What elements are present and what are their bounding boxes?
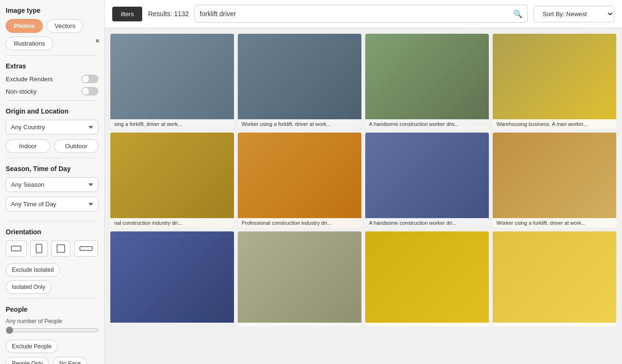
- grid-item[interactable]: Warehousing business. A man workin...: [493, 34, 616, 129]
- extras-label: Extras: [6, 62, 98, 70]
- season-label: Season, Time of Day: [6, 165, 98, 172]
- exclude-renders-label: Exclude Renders: [6, 76, 53, 83]
- grid-item[interactable]: [365, 231, 489, 326]
- outdoor-button[interactable]: Outdoor: [54, 139, 99, 153]
- panoramic-icon: [79, 245, 93, 252]
- grid-caption: Worker using a forklift, driver at work.…: [238, 119, 361, 129]
- landscape-icon: [11, 245, 21, 252]
- portrait-icon: [36, 244, 42, 253]
- top-bar: ilters Results: 1132 🔍 Sort By: Newest: [105, 0, 622, 28]
- image-grid: sing a forklift, driver at work... Worke…: [105, 28, 622, 364]
- grid-caption: [238, 323, 361, 326]
- grid-item[interactable]: sing a forklift, driver at work...: [110, 34, 234, 129]
- grid-item[interactable]: [238, 231, 361, 326]
- grid-item[interactable]: [493, 231, 616, 326]
- svg-rect-0: [11, 246, 21, 251]
- people-slider-container: Any number of People: [6, 318, 98, 336]
- orient-square-btn[interactable]: [51, 240, 70, 257]
- people-label: People: [6, 306, 98, 313]
- orient-portrait-btn[interactable]: [30, 240, 48, 257]
- grid-item[interactable]: A handsome construction worker driv...: [365, 34, 489, 129]
- main-content: ilters Results: 1132 🔍 Sort By: Newest s…: [105, 0, 622, 364]
- exclude-renders-toggle[interactable]: [81, 75, 98, 83]
- grid-caption: A handsome construction worker driv...: [365, 119, 489, 129]
- photos-button[interactable]: Photos: [6, 19, 43, 33]
- people-slider-label: Any number of People: [6, 318, 98, 325]
- grid-item[interactable]: [110, 231, 234, 326]
- isolated-only-button[interactable]: Isolated Only: [6, 280, 51, 294]
- orient-landscape-btn[interactable]: [6, 240, 27, 257]
- image-type-row: Photos Vectors: [6, 19, 98, 33]
- non-stocky-toggle[interactable]: [81, 87, 98, 96]
- image-type-label: Image type: [6, 7, 98, 14]
- people-only-button[interactable]: People Only: [6, 357, 49, 364]
- non-stocky-row: Non-stocky: [6, 87, 98, 96]
- non-stocky-label: Non-stocky: [6, 88, 37, 95]
- grid-item[interactable]: Professional construction industry dri..…: [238, 133, 361, 228]
- orient-panoramic-btn[interactable]: [74, 240, 98, 257]
- people-slider[interactable]: [6, 326, 98, 334]
- search-icon: 🔍: [513, 10, 523, 19]
- square-icon: [57, 244, 65, 253]
- grid-item[interactable]: nal construction industry dri...: [110, 133, 234, 228]
- results-count: Results: 1132: [148, 10, 189, 18]
- no-face-button[interactable]: No Face: [53, 357, 87, 364]
- illustrations-button[interactable]: Illustrations: [6, 37, 53, 50]
- isolated-row: Exclude Isolated Isolated Only: [6, 263, 98, 294]
- time-dropdown[interactable]: Any Time of Day: [6, 197, 98, 211]
- grid-item[interactable]: Worker using a forklift, driver at work.…: [238, 34, 361, 129]
- sort-dropdown[interactable]: Sort By: Newest: [534, 6, 614, 22]
- origin-label: Origin and Location: [6, 107, 98, 115]
- exclude-renders-row: Exclude Renders: [6, 75, 98, 83]
- search-bar: 🔍: [194, 5, 528, 23]
- svg-rect-3: [80, 247, 92, 250]
- svg-rect-2: [57, 245, 65, 252]
- grid-caption: A handsome construction worker dri...: [365, 218, 489, 228]
- svg-rect-1: [36, 244, 42, 253]
- grid-caption: Warehousing business. A man workin...: [493, 119, 616, 129]
- sidebar: Image type Photos Vectors Illustrations …: [0, 0, 105, 364]
- country-dropdown[interactable]: Any Country: [6, 120, 98, 134]
- grid-caption: Professional construction industry dri..…: [238, 218, 361, 228]
- grid-caption: nal construction industry dri...: [110, 218, 234, 228]
- season-dropdown[interactable]: Any Season: [6, 177, 98, 192]
- close-icon[interactable]: ×: [96, 37, 99, 45]
- people-filter-row: Exclude People People Only No Face: [6, 340, 98, 364]
- filter-button[interactable]: ilters: [112, 7, 142, 21]
- grid-caption: [493, 323, 616, 326]
- grid-caption: Worker using a forklift, driver at work.…: [493, 218, 616, 228]
- grid-item[interactable]: A handsome construction worker dri...: [365, 133, 489, 228]
- vectors-button[interactable]: Vectors: [47, 19, 83, 33]
- grid-caption: [365, 323, 489, 326]
- indoor-button[interactable]: Indoor: [6, 139, 50, 153]
- grid-item[interactable]: Worker using a forklift, driver at work.…: [493, 133, 616, 228]
- grid-caption: [110, 323, 234, 326]
- grid-caption: sing a forklift, driver at work...: [110, 119, 234, 129]
- exclude-isolated-button[interactable]: Exclude Isolated: [6, 263, 60, 277]
- orientation-label: Orientation: [6, 228, 98, 236]
- search-input[interactable]: [200, 10, 513, 18]
- location-buttons: Indoor Outdoor: [6, 139, 98, 153]
- orientation-row: [6, 240, 98, 257]
- exclude-people-button[interactable]: Exclude People: [6, 340, 58, 353]
